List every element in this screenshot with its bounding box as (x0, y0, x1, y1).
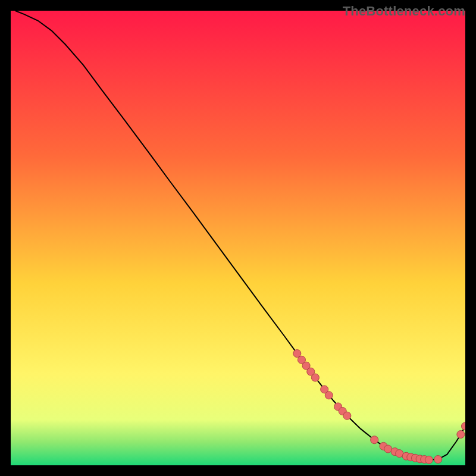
bottleneck-plot (11, 11, 465, 465)
data-point-marker (457, 431, 465, 439)
data-point-marker (343, 412, 351, 419)
data-point-marker (311, 374, 319, 381)
gradient-background (11, 11, 465, 465)
data-point-marker (371, 436, 378, 444)
data-point-marker (325, 392, 333, 399)
watermark-label: TheBottleneck.com (343, 4, 465, 19)
chart-svg (11, 11, 465, 465)
data-point-marker (434, 456, 442, 464)
chart-container: TheBottleneck.com (0, 0, 476, 476)
data-point-marker (425, 456, 433, 464)
